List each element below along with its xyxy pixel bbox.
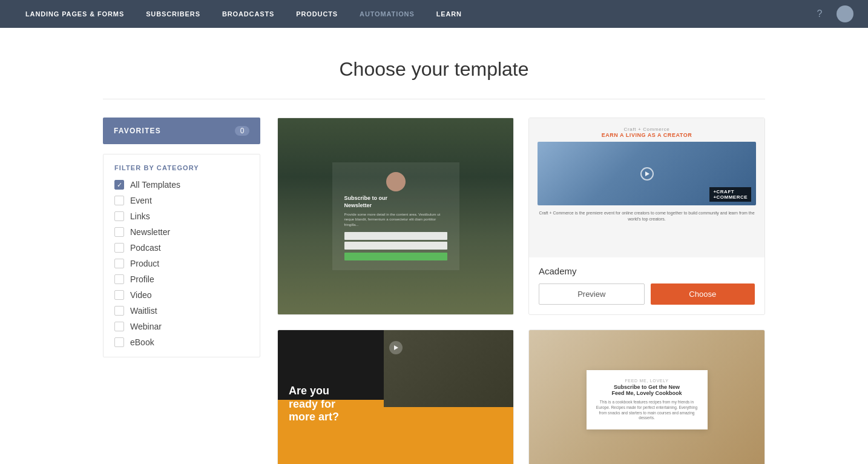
page: Choose your template FAVORITES 0 FILTER … (0, 28, 868, 464)
checkbox-ebook[interactable] (114, 337, 124, 347)
template-card-abbey: Subscribe to our Newsletter Provide some… (277, 118, 514, 315)
filter-newsletter[interactable]: Newsletter (114, 227, 249, 237)
food-card-container: FEED ME, LOVELY Subscribe to Get the New… (529, 330, 764, 464)
filter-product[interactable]: Product (114, 259, 249, 268)
filter-label-podcast: Podcast (130, 243, 161, 253)
checkbox-video[interactable] (114, 290, 124, 300)
filter-label-links: Links (130, 211, 150, 221)
nav-right: ? (811, 5, 853, 22)
help-icon[interactable]: ? (811, 5, 828, 22)
divider (103, 99, 765, 99)
checkbox-webinar[interactable] (114, 322, 124, 331)
filter-event[interactable]: Event (114, 196, 249, 205)
choose-academy-button[interactable]: Choose (651, 283, 755, 305)
template-actions-academy: Preview Choose (539, 283, 755, 305)
page-header: Choose your template (0, 28, 868, 99)
filter-all-templates[interactable]: All Templates (114, 180, 249, 190)
filter-waitlist[interactable]: Waitlist (114, 306, 249, 316)
academy-desc: Craft + Commerce is the premiere event f… (538, 210, 756, 222)
template-card-food: FEED ME, LOVELY Subscribe to Get the New… (528, 330, 765, 464)
filter-label-product: Product (130, 259, 159, 268)
filter-links[interactable]: Links (114, 211, 249, 221)
user-avatar[interactable] (837, 5, 853, 22)
sidebar: FAVORITES 0 FILTER BY CATEGORY All Templ… (103, 118, 260, 464)
filter-podcast[interactable]: Podcast (114, 243, 249, 253)
template-info-academy: Academy Preview Choose (529, 257, 764, 314)
filter-label-event: Event (130, 196, 152, 205)
abbey-form: Subscribe to our Newsletter Provide some… (332, 162, 459, 270)
checkbox-all-templates[interactable] (114, 180, 124, 190)
template-info-abbey: Abbey Preview Choose (278, 314, 513, 315)
main-layout: FAVORITES 0 FILTER BY CATEGORY All Templ… (0, 118, 868, 464)
checkbox-podcast[interactable] (114, 243, 124, 253)
academy-header: Craft + Commerce EARN A LIVING AS A CREA… (602, 127, 692, 138)
template-preview-food: FEED ME, LOVELY Subscribe to Get the New… (529, 330, 764, 464)
filter-label-newsletter: Newsletter (130, 227, 170, 237)
checkbox-newsletter[interactable] (114, 227, 124, 237)
filter-label-video: Video (130, 290, 152, 300)
filter-label-waitlist: Waitlist (130, 306, 157, 316)
favorites-label: FAVORITES (114, 127, 161, 135)
nav-broadcasts[interactable]: BROADCASTS (211, 0, 285, 28)
art-content: Are youready formore art? (278, 330, 513, 435)
nav-landing-pages[interactable]: LANDING PAGES & FORMS (15, 0, 135, 28)
filter-label-ebook: eBook (130, 337, 154, 347)
favorites-button[interactable]: FAVORITES 0 (103, 118, 260, 144)
template-preview-abbey: Subscribe to our Newsletter Provide some… (278, 118, 513, 314)
checkbox-waitlist[interactable] (114, 306, 124, 316)
nav-automations[interactable]: AUTOMATIONS (349, 0, 426, 28)
favorites-count: 0 (235, 126, 249, 136)
templates-grid: Subscribe to our Newsletter Provide some… (277, 118, 765, 464)
nav-learn[interactable]: LEARN (426, 0, 473, 28)
preview-academy-button[interactable]: Preview (539, 283, 645, 305)
nav-items: LANDING PAGES & FORMS SUBSCRIBERS BROADC… (15, 0, 811, 28)
checkbox-profile[interactable] (114, 274, 124, 284)
filter-label-profile: Profile (130, 274, 154, 284)
nav-products[interactable]: PRODUCTS (285, 0, 349, 28)
template-card-art: Are youready formore art? Preview Choose (277, 330, 514, 464)
filter-video[interactable]: Video (114, 290, 249, 300)
filter-label-webinar: Webinar (130, 322, 162, 331)
template-preview-art: Are youready formore art? (278, 330, 513, 464)
template-name-academy: Academy (539, 266, 755, 276)
filter-section: FILTER BY CATEGORY All Templates Event L… (103, 154, 260, 357)
filter-label-all-templates: All Templates (130, 180, 180, 190)
food-card: FEED ME, LOVELY Subscribe to Get the New… (587, 370, 708, 429)
filter-webinar[interactable]: Webinar (114, 322, 249, 331)
nav-subscribers[interactable]: SUBSCRIBERS (135, 0, 211, 28)
checkbox-product[interactable] (114, 259, 124, 268)
checkbox-event[interactable] (114, 196, 124, 205)
template-preview-academy: Craft + Commerce EARN A LIVING AS A CREA… (529, 118, 764, 257)
filter-title: FILTER BY CATEGORY (114, 164, 249, 171)
navigation: LANDING PAGES & FORMS SUBSCRIBERS BROADC… (0, 0, 868, 28)
filter-profile[interactable]: Profile (114, 274, 249, 284)
template-card-academy: Craft + Commerce EARN A LIVING AS A CREA… (528, 118, 765, 315)
academy-image: +CRAFT+COMMERCE (538, 142, 756, 205)
page-title: Choose your template (12, 58, 856, 81)
filter-ebook[interactable]: eBook (114, 337, 249, 347)
checkbox-links[interactable] (114, 211, 124, 221)
